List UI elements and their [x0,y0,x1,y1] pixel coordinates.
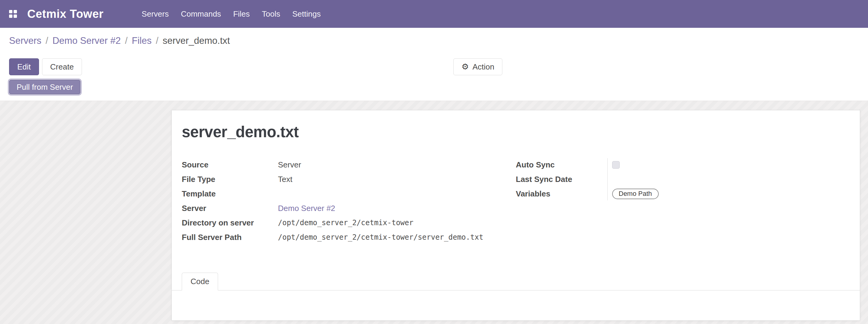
field-row-file-type: File Type Text [182,172,516,187]
tab-code[interactable]: Code [182,272,218,290]
workflow-buttons-row: Pull from Server [0,80,868,101]
field-value-server: Demo Server #2 [278,204,516,213]
field-value-full-path: /opt/demo_server_2/cetmix-tower/server_d… [278,233,516,241]
field-value-directory: /opt/demo_server_2/cetmix-tower [278,219,516,227]
field-label-full-path: Full Server Path [182,233,278,242]
field-row-directory: Directory on server /opt/demo_server_2/c… [182,216,516,230]
field-value-file-type: Text [278,175,516,184]
field-value-variables: Demo Path [612,189,850,199]
field-group-right: Auto Sync Last Sync Date Variables Demo … [516,158,850,245]
page-title: server_demo.txt [182,123,850,141]
field-label-source: Source [182,160,278,169]
menu-item-commands[interactable]: Commands [175,0,227,28]
apps-menu-icon[interactable] [9,10,17,18]
gear-icon: ⚙ [462,63,469,71]
field-value-auto-sync [612,161,850,169]
action-button[interactable]: ⚙ Action [453,58,502,75]
field-row-server: Server Demo Server #2 [182,201,516,216]
code-tab-content [182,290,850,320]
edit-button[interactable]: Edit [9,58,39,75]
pull-from-server-button[interactable]: Pull from Server [9,80,81,94]
breadcrumb-separator: / [156,35,158,46]
field-label-template: Template [182,189,278,199]
breadcrumb-current: server_demo.txt [163,35,230,46]
field-row-variables: Variables Demo Path [516,187,850,201]
breadcrumb-servers[interactable]: Servers [9,35,41,46]
breadcrumb-separator: / [125,35,128,46]
field-label-file-type: File Type [182,175,278,184]
server-link[interactable]: Demo Server #2 [278,204,335,213]
breadcrumb: Servers / Demo Server #2 / Files / serve… [0,28,868,54]
control-panel: Servers / Demo Server #2 / Files / serve… [0,28,868,101]
field-groups: Source Server File Type Text Template Se… [182,158,850,245]
create-button[interactable]: Create [42,58,82,75]
breadcrumb-separator: / [46,35,49,46]
action-button-label: Action [472,62,494,72]
field-value-source: Server [278,160,516,169]
field-row-full-path: Full Server Path /opt/demo_server_2/cetm… [182,230,516,245]
field-label-last-sync: Last Sync Date [516,175,612,184]
brand-title[interactable]: Cetmix Tower [27,7,103,21]
tab-strip: Code [172,272,860,290]
field-row-source: Source Server [182,158,516,172]
field-label-variables: Variables [516,189,612,199]
menu-item-servers[interactable]: Servers [135,0,175,28]
field-row-template: Template [182,187,516,201]
group-divider [607,158,608,200]
main-menu: Servers Commands Files Tools Settings [135,0,327,28]
field-row-last-sync: Last Sync Date [516,172,850,187]
variable-tag: Demo Path [612,189,659,199]
breadcrumb-demo-server[interactable]: Demo Server #2 [52,35,121,46]
menu-item-settings[interactable]: Settings [286,0,327,28]
buttons-row: Edit Create ⚙ Action [0,54,868,80]
auto-sync-checkbox[interactable] [612,161,620,169]
field-label-directory: Directory on server [182,218,278,228]
content-area: server_demo.txt Source Server File Type … [0,101,868,324]
menu-item-tools[interactable]: Tools [256,0,286,28]
field-row-auto-sync: Auto Sync [516,158,850,172]
field-label-auto-sync: Auto Sync [516,160,612,169]
menu-item-files[interactable]: Files [227,0,256,28]
field-label-server: Server [182,204,278,213]
form-sheet: server_demo.txt Source Server File Type … [172,110,860,321]
top-navbar: Cetmix Tower Servers Commands Files Tool… [0,0,868,28]
field-group-left: Source Server File Type Text Template Se… [182,158,516,245]
notebook: Code [182,272,850,290]
breadcrumb-files[interactable]: Files [132,35,152,46]
